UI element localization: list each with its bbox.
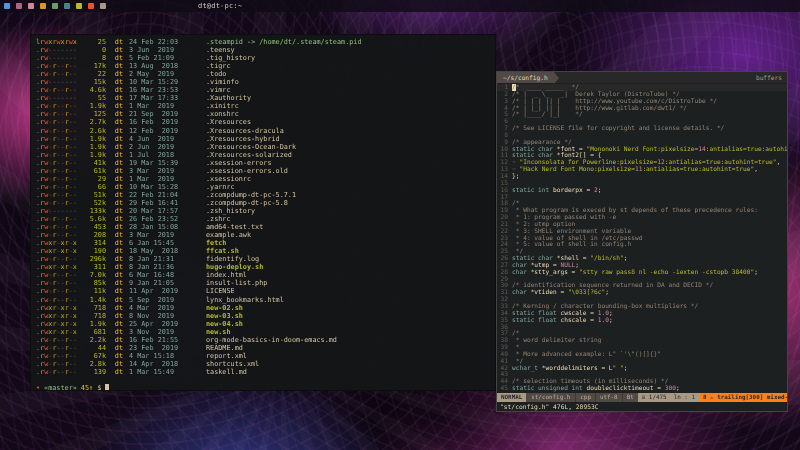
file-row: .rw-r--r--44dt23 Feb 2019README.md bbox=[36, 344, 495, 352]
file-row: .rw-r--r--1.4kdt5 Sep 2019lynx_bookmarks… bbox=[36, 296, 495, 304]
file-row: .rw-r--r--67kdt4 Mar 15:18report.xml bbox=[36, 352, 495, 360]
file-row: .rw-r--r--2.7kdt16 Feb 2019.Xresources bbox=[36, 118, 495, 126]
tag-7-icon[interactable] bbox=[76, 3, 82, 9]
encoding-indicator: utf-8 bbox=[595, 393, 622, 402]
code-line: 7/* See LICENSE file for copyright and l… bbox=[497, 125, 787, 132]
file-row: .rw-r--r--1.9kdt4 Jun 2019.Xresources-hy… bbox=[36, 135, 495, 143]
file-row: .rwxr-xr-x1.9kdt25 Apr 2019new-04.sh bbox=[36, 320, 495, 328]
file-row: .rw-r--r--208dt3 Mar 2019example.awk bbox=[36, 231, 495, 239]
whitespace-warning-badge: 8 ⚠ trailing[300] mixed-indent-file bbox=[699, 393, 788, 402]
code-line: 42wchar_t *worddelimiters = L" "; bbox=[497, 365, 787, 372]
code-line: 35static float chscale = 1.0; bbox=[497, 317, 787, 324]
code-line: 13» "Hack Nerd Font Mono:pixelsize=11:an… bbox=[497, 166, 787, 173]
tag-5-icon[interactable] bbox=[52, 3, 58, 9]
file-row: .rw-r--r--125dt21 Sep 2019.xonshrc bbox=[36, 110, 495, 118]
file-row: .rw-------0dt3 Jun 2019.teensy bbox=[36, 46, 495, 54]
status-bar: dt@dt-pc:~ bbox=[0, 0, 800, 12]
file-list: lrwxrwxrwx25dt24 Feb 22:03.steampid -> /… bbox=[36, 38, 495, 376]
terminal-cursor bbox=[105, 384, 109, 391]
file-row: .rw-------55dt17 Mar 17:33.Xauthority bbox=[36, 94, 495, 102]
buffers-label: buffers bbox=[751, 72, 787, 83]
tag-8-icon[interactable] bbox=[88, 3, 94, 9]
tab-powerline-arrow-icon bbox=[554, 72, 559, 84]
file-row: .rw-r--r--2.6kdt12 Feb 2019.Xresources-d… bbox=[36, 127, 495, 135]
file-row: .rw-------15kdt10 Mar 15:29.viminfo bbox=[36, 78, 495, 86]
workspace-tags bbox=[4, 3, 106, 9]
code-line: 36 bbox=[497, 324, 787, 331]
prompt-bullet-icon: • bbox=[36, 384, 40, 391]
code-line: 24 * 5: value of shell in config.h bbox=[497, 241, 787, 248]
file-row: .rw-r--r--61kdt3 Mar 2019.xsession-error… bbox=[36, 167, 495, 175]
file-row: .rwxr-xr-x681dt3 Nov 2019new.sh bbox=[36, 328, 495, 336]
prompt-symbol: $ bbox=[97, 384, 101, 391]
file-row: lrwxrwxrwx25dt24 Feb 22:03.steampid -> /… bbox=[36, 38, 495, 46]
file-row: .rw-------8dt5 Feb 21:09.tig_history bbox=[36, 54, 495, 62]
code-line: 17 bbox=[497, 194, 787, 201]
code-line: 5/* |____/ |_| */ bbox=[497, 111, 787, 118]
file-row: .rwxr-xr-x311dt8 Jan 21:36hugo-deploy.sh bbox=[36, 263, 495, 271]
cursor-position-indicator: ≡ 1/475 ln : 1 bbox=[638, 393, 699, 402]
code-line: 45static unsigned int doubleclicktimeout… bbox=[497, 385, 787, 392]
code-line: 16static int borderpx = 2; bbox=[497, 187, 787, 194]
file-row: .rw-r--r--2.2kdt16 Feb 21:55org-mode-bas… bbox=[36, 336, 495, 344]
file-row: .rwxr-xr-x314dt6 Jan 15:45fetch bbox=[36, 239, 495, 247]
window-title: dt@dt-pc:~ bbox=[198, 2, 242, 10]
tag-2-icon[interactable] bbox=[16, 3, 22, 9]
file-row: .rw-r--r--51kdt22 Feb 21:04.zcompdump-dt… bbox=[36, 191, 495, 199]
file-row: .rw-r--r--41kdt19 Mar 15:39.xsession-err… bbox=[36, 159, 495, 167]
file-row: .rw-r--r--52kdt29 Feb 16:41.zcompdump-dt… bbox=[36, 199, 495, 207]
file-row: .rw-r--r--11kdt11 Apr 2019LICENSE bbox=[36, 287, 495, 295]
file-row: .rw-------133kdt20 Mar 17:57.zsh_history bbox=[36, 207, 495, 215]
code-line: 28char *stty_args = "stty raw pass8 nl -… bbox=[497, 269, 787, 276]
file-row: .rw-r--r--4.6kdt16 Mar 23:53.vimrc bbox=[36, 86, 495, 94]
file-row: .rw-r--r--453dt28 Jan 15:08amd64-test.tx… bbox=[36, 223, 495, 231]
filetype-indicator: cpp bbox=[575, 393, 595, 402]
shell-prompt[interactable]: • «master» 45↑ $ bbox=[36, 384, 495, 391]
file-row: .rw-r--r--5.6kdt26 Feb 23:52.zshrc bbox=[36, 215, 495, 223]
terminal-window-files[interactable]: lrwxrwxrwx25dt24 Feb 22:03.steampid -> /… bbox=[30, 34, 496, 391]
file-row: .rwxr-xr-x190dt18 May 2018ffcat.sh bbox=[36, 247, 495, 255]
tag-6-icon[interactable] bbox=[64, 3, 70, 9]
buftype-indicator: Bt bbox=[622, 393, 638, 402]
tag-1-icon[interactable] bbox=[4, 3, 10, 9]
code-line: 31char *vtiden = "\033[?6c"; bbox=[497, 289, 787, 296]
file-row: .rw-r--r--139dt1 Mar 15:49taskell.md bbox=[36, 368, 495, 376]
terminal-window-editor[interactable]: ~/s/config.h buffers 1/* ____ _____ */2/… bbox=[496, 71, 788, 412]
file-row: .rwxr-xr-x718dt4 Mar 2019new-02.sh bbox=[36, 304, 495, 312]
file-row: .rw-r--r--1.9kdt1 Mar 2019.xinitrc bbox=[36, 102, 495, 110]
file-row: .rw-r--r--29dt1 Mar 2019.xsessionrc bbox=[36, 175, 495, 183]
file-row: .rw-r--r--17kdt13 Aug 2018.tigrc bbox=[36, 62, 495, 70]
mode-indicator: NORMAL bbox=[497, 393, 526, 402]
file-row: .rw-r--r--1.9kdt1 Jul 2018.Xresources-so… bbox=[36, 151, 495, 159]
file-row: .rw-r--r--22dt2 May 2019.todo bbox=[36, 70, 495, 78]
code-line: 38 * word delimiter string bbox=[497, 337, 787, 344]
git-ahead-count: 45↑ bbox=[81, 384, 93, 391]
tab-config-h[interactable]: ~/s/config.h bbox=[497, 72, 554, 83]
file-row: .rwxr-xr-x718dt8 Nov 2019new-03.sh bbox=[36, 312, 495, 320]
tag-9-icon[interactable] bbox=[100, 3, 106, 9]
tag-4-icon[interactable] bbox=[40, 3, 46, 9]
file-row: .rw-r--r--2.8kdt14 Apr 2018shortcuts.xml bbox=[36, 360, 495, 368]
file-row: .rw-r--r--7.0kdt6 Mar 16:48index.html bbox=[36, 271, 495, 279]
code-line: 40 * More advanced example: L" `'\"()[]{… bbox=[497, 351, 787, 358]
statusline-filename: st/config.h bbox=[526, 393, 575, 402]
file-row: .rw-r--r--66dt10 Mar 15:28.yarnrc bbox=[36, 183, 495, 191]
vim-statusline: NORMAL st/config.h cpp utf-8 Bt ≡ 1/475 … bbox=[497, 393, 787, 402]
vim-command-line[interactable]: "st/config.h" 476L, 20953C bbox=[497, 402, 787, 411]
file-row: .rw-r--r--1.9kdt2 Jun 2019.Xresources-Oc… bbox=[36, 143, 495, 151]
code-area[interactable]: 1/* ____ _____ */2/* | _ \_ _| Derek Tay… bbox=[497, 83, 787, 393]
tag-3-icon[interactable] bbox=[28, 3, 34, 9]
vim-tabline: ~/s/config.h buffers bbox=[497, 72, 787, 83]
file-row: .rw-r--r--296kdt8 Jan 21:31fidentify.log bbox=[36, 255, 495, 263]
code-line: 14}; bbox=[497, 173, 787, 180]
file-row: .rw-r--r--85kdt9 Jan 21:05insult-list.ph… bbox=[36, 279, 495, 287]
git-branch-label: «master» bbox=[44, 384, 77, 391]
